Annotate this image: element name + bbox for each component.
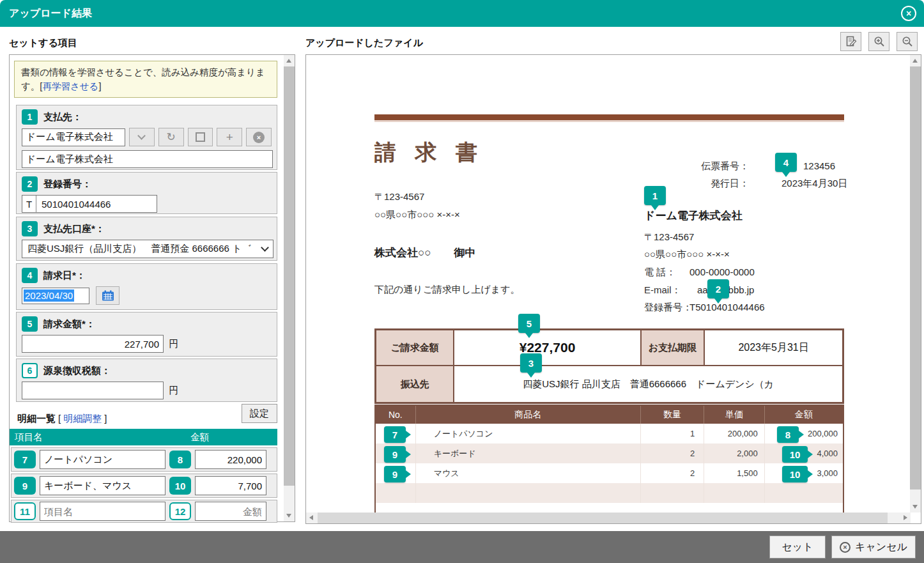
badge-8: 8	[169, 451, 191, 468]
item-qty: 1	[641, 424, 705, 443]
payee-refresh-button[interactable]: ↻	[158, 128, 184, 146]
account-label: 支払先口座*：	[43, 223, 105, 235]
relearn-link[interactable]: 再学習させる	[42, 81, 98, 91]
scrollbar-thumb[interactable]	[284, 66, 295, 486]
tel-label: 電 話：	[644, 266, 675, 279]
invoice-title: 請 求 書	[374, 138, 484, 167]
bill-date-value: 2023/04/30	[24, 289, 74, 302]
total-value-cell: ¥227,700	[454, 330, 640, 366]
recipient-company-row: 株式会社○○ 御中	[374, 245, 476, 260]
due-value-cell: 2023年5月31日	[704, 330, 843, 366]
notice-suffix: ]	[98, 81, 101, 91]
issuer-company: ドーム電子株式会社	[644, 208, 743, 223]
regno-prefix: T	[22, 196, 36, 212]
col-unit-price: 単価	[704, 406, 764, 424]
bank-label-cell: 振込先	[376, 366, 454, 403]
left-panel-title: セットする項目	[9, 37, 77, 49]
scroll-left-icon[interactable]	[309, 515, 313, 520]
chevron-down-icon	[261, 243, 269, 252]
payee-dropdown-button[interactable]	[129, 128, 155, 146]
scroll-right-icon[interactable]	[904, 515, 907, 520]
bill-date-input[interactable]: 2023/04/30	[22, 288, 89, 304]
recipient-postal: 〒123-4567	[374, 191, 424, 203]
field-withholding: 6 源泉徴収税額： 円	[16, 359, 277, 402]
document-preview-button[interactable]	[840, 32, 861, 51]
close-icon[interactable]: ×	[901, 6, 916, 21]
payee-add-button[interactable]: +	[217, 128, 242, 146]
detail-adjust-link[interactable]: 明細調整	[63, 413, 102, 425]
item-qty: 2	[641, 463, 705, 483]
badge-4: 4	[22, 268, 38, 283]
item-row: マウス 2 1,500 3,000	[376, 463, 843, 483]
badge-7: 7	[14, 451, 36, 468]
detail-row: 11 12	[11, 500, 277, 523]
marker-10-item2-amount: 10	[782, 446, 808, 463]
col-no: No.	[376, 406, 416, 424]
viewer-horizontal-scrollbar[interactable]	[306, 513, 911, 523]
viewer-vertical-scrollbar[interactable]	[910, 55, 921, 513]
payee-name-input[interactable]	[22, 150, 273, 168]
regno-value: 5010401044466	[36, 199, 111, 210]
detail-amount-input-2[interactable]	[195, 476, 266, 495]
field-amount: 5 請求金額*： 円	[16, 312, 277, 357]
recipient-company: 株式会社○○	[374, 245, 431, 260]
item-row: ノートパソコン 1 200,000 200,000	[376, 424, 843, 443]
plus-icon: +	[226, 130, 233, 144]
detail-list-title: 明細一覧 [明細調整]	[17, 413, 107, 425]
detail-item-input-1[interactable]	[40, 450, 166, 469]
badge-9: 9	[14, 477, 36, 495]
zoom-in-button[interactable]	[868, 32, 889, 51]
badge-12: 12	[169, 502, 191, 520]
detail-amount-input-3[interactable]	[195, 502, 266, 521]
payee-label: 支払先：	[43, 111, 82, 123]
scroll-down-icon[interactable]	[286, 514, 291, 518]
bank-value-cell: 四菱USJ銀行 品川支店 普通6666666 ドームデンシ（カ	[454, 366, 843, 403]
detail-item-input-2[interactable]	[40, 476, 166, 495]
set-button[interactable]: セット	[769, 536, 826, 559]
regno-label: 登録番号：	[43, 178, 91, 190]
email-label: E-mail：	[644, 284, 681, 297]
zoom-out-button[interactable]	[897, 32, 918, 51]
item-row-empty	[376, 483, 843, 503]
marker-1-payee: 1	[644, 186, 666, 205]
left-panel-scrollbar[interactable]	[284, 55, 295, 521]
scrollbar-thumb[interactable]	[910, 66, 921, 490]
withholding-unit: 円	[169, 385, 178, 397]
scrollbar-thumb[interactable]	[318, 513, 888, 523]
payee-input[interactable]	[22, 128, 125, 146]
scroll-up-icon[interactable]	[912, 59, 918, 63]
regno-input[interactable]: T 5010401044466	[22, 195, 157, 213]
settings-button[interactable]: 設定	[242, 404, 277, 423]
detail-amount-input-1[interactable]	[195, 450, 266, 469]
badge-1: 1	[22, 109, 38, 125]
detail-table-header: 項目名 金額	[10, 429, 277, 445]
detail-col-amount: 金額	[190, 431, 209, 443]
detail-item-input-3[interactable]	[40, 502, 166, 521]
amount-label: 請求金額*：	[43, 318, 95, 330]
issue-date-label: 発行日：	[694, 178, 749, 190]
dialog-title: アップロード結果	[9, 7, 92, 20]
scroll-down-icon[interactable]	[912, 505, 918, 509]
detail-title-text: 明細一覧	[17, 413, 56, 425]
tel-value: 000-0000-0000	[689, 266, 755, 277]
amount-input[interactable]	[22, 335, 164, 353]
account-select[interactable]: 四菱USJ銀行（品川支店） 普通預金 6666666 ト゛	[22, 240, 273, 258]
payee-copy-button[interactable]	[188, 128, 213, 146]
marker-7-item1-name: 7	[384, 426, 406, 443]
badge-5: 5	[22, 316, 38, 332]
dialog-titlebar: アップロード結果 ×	[0, 0, 924, 27]
item-unit-price: 200,000	[704, 424, 765, 443]
cancel-button[interactable]: × キャンセル	[831, 536, 916, 559]
zoom-out-icon	[902, 36, 913, 47]
chevron-down-icon	[138, 132, 146, 140]
detail-row: 9 10	[11, 474, 277, 498]
withholding-input[interactable]	[22, 382, 164, 399]
badge-2: 2	[22, 176, 38, 192]
due-label-cell: お支払期限	[641, 330, 704, 366]
payee-clear-button[interactable]: ×	[246, 128, 272, 146]
scroll-up-icon[interactable]	[286, 59, 291, 63]
bracket-close: ]	[104, 413, 107, 424]
date-picker-button[interactable]	[96, 286, 119, 305]
right-panel-title: アップロードしたファイル	[305, 37, 423, 49]
item-unit-price: 1,500	[704, 463, 765, 483]
